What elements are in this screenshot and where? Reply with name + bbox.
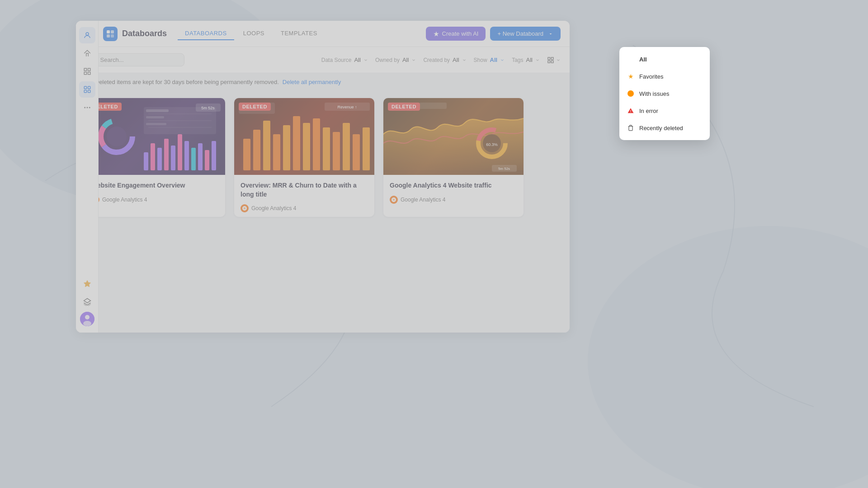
data-source-value: All <box>354 56 360 63</box>
svg-rect-57 <box>273 134 280 170</box>
svg-rect-62 <box>323 127 330 170</box>
svg-point-18 <box>85 315 90 319</box>
circle-orange-icon <box>627 89 635 98</box>
svg-rect-38 <box>171 145 175 170</box>
deleted-badge-3: DELETED <box>388 103 420 111</box>
trash-icon <box>627 124 635 132</box>
filter-show[interactable]: Show All <box>474 56 505 63</box>
svg-rect-39 <box>178 134 182 170</box>
filter-created-by[interactable]: Created by All <box>423 56 466 63</box>
card-info-1: Website Engagement Overview Google Analy… <box>85 175 225 208</box>
svg-rect-37 <box>164 139 169 170</box>
svg-marker-16 <box>84 299 90 303</box>
filter-owned-by[interactable]: Owned by All <box>375 56 416 63</box>
tab-templates[interactable]: TEMPLATES <box>274 27 325 40</box>
tags-value: All <box>526 56 533 63</box>
svg-rect-23 <box>111 34 114 38</box>
svg-point-2 <box>588 226 868 488</box>
dropdown-item-error-label: In error <box>639 108 658 114</box>
dropdown-item-favorites[interactable]: ★ Favorites <box>619 68 710 85</box>
owned-by-value: All <box>402 56 409 63</box>
svg-rect-25 <box>548 57 550 60</box>
created-by-value: All <box>453 56 459 63</box>
new-databoard-button[interactable]: + New Databoard <box>490 27 561 41</box>
dropdown-item-favorites-label: Favorites <box>639 73 663 80</box>
tags-label: Tags <box>512 57 523 63</box>
svg-rect-41 <box>191 148 196 170</box>
sidebar-icon-star[interactable] <box>79 276 95 292</box>
table-row[interactable]: DELETED <box>85 98 225 217</box>
create-with-ai-button[interactable]: Create with AI <box>426 27 486 41</box>
svg-rect-11 <box>88 90 90 93</box>
source-icon-3 <box>390 196 398 204</box>
svg-rect-42 <box>198 143 203 170</box>
search-box[interactable] <box>85 53 184 66</box>
svg-point-3 <box>86 33 89 35</box>
grid-view-icon <box>547 56 554 64</box>
svg-rect-27 <box>548 61 550 63</box>
table-row[interactable]: DELETED <box>234 98 374 217</box>
create-with-ai-label: Create with AI <box>442 30 479 37</box>
svg-point-14 <box>89 107 90 108</box>
source-label-2: Google Analytics 4 <box>251 205 296 211</box>
svg-rect-66 <box>363 127 370 170</box>
dropdown-item-all[interactable]: All <box>619 51 710 68</box>
owned-by-label: Owned by <box>375 57 400 63</box>
svg-rect-7 <box>88 72 90 75</box>
svg-rect-63 <box>333 132 340 170</box>
card-title-1: Website Engagement Overview <box>91 181 219 190</box>
topbar: Databoards DATABOARDS LOOPS TEMPLATES Cr… <box>76 21 570 47</box>
user-avatar[interactable] <box>80 312 94 326</box>
card-info-2: Overview: MRR & Churn to Date with a lon… <box>234 175 374 217</box>
card-thumbnail-1: DELETED <box>85 98 225 175</box>
show-arrow-icon <box>500 58 505 62</box>
data-source-label: Data Source <box>321 57 352 63</box>
dropdown-item-recently-deleted[interactable]: Recently deleted <box>619 119 710 136</box>
svg-rect-43 <box>205 150 209 170</box>
filter-tags[interactable]: Tags All <box>512 56 540 63</box>
svg-point-13 <box>86 107 88 108</box>
sidebar-icon-grid[interactable] <box>79 63 95 80</box>
nav-tabs: DATABOARDS LOOPS TEMPLATES <box>178 27 426 40</box>
card-title-3: Google Analytics 4 Website traffic <box>390 181 517 190</box>
sidebar-icon-analytics[interactable] <box>79 81 95 98</box>
filter-bar: Data Source All Owned by All Created by … <box>76 47 570 73</box>
show-value: All <box>490 56 498 63</box>
tab-loops[interactable]: LOOPS <box>236 27 272 40</box>
svg-text:5m 52s: 5m 52s <box>201 106 215 110</box>
card-source-1: Google Analytics 4 <box>91 196 219 204</box>
svg-rect-65 <box>353 134 360 170</box>
source-icon-2 <box>241 204 249 212</box>
view-toggle[interactable] <box>547 56 561 64</box>
svg-rect-9 <box>88 86 90 89</box>
svg-text:60.3%: 60.3% <box>486 142 498 147</box>
svg-rect-49 <box>146 109 169 112</box>
warning-icon <box>627 107 635 115</box>
sidebar-icon-more[interactable] <box>79 99 95 116</box>
svg-rect-10 <box>84 90 86 93</box>
svg-rect-51 <box>146 123 166 125</box>
svg-rect-54 <box>243 139 250 170</box>
delete-permanently-link[interactable]: Delete all permanently <box>283 79 341 85</box>
svg-rect-60 <box>303 123 310 170</box>
svg-point-19 <box>83 321 91 326</box>
svg-rect-4 <box>84 68 86 70</box>
deleted-badge-2: DELETED <box>239 103 271 111</box>
table-row[interactable]: DELETED <box>383 98 524 217</box>
logo-icon <box>103 27 118 41</box>
svg-rect-22 <box>107 34 110 38</box>
svg-rect-28 <box>551 61 553 63</box>
sidebar-icon-layers[interactable] <box>79 294 95 310</box>
dropdown-item-in-error[interactable]: In error <box>619 102 710 119</box>
filter-data-source[interactable]: Data Source All <box>321 56 368 63</box>
source-label-3: Google Analytics 4 <box>401 197 445 203</box>
sidebar-icon-user[interactable] <box>79 27 95 43</box>
show-label: Show <box>474 57 487 63</box>
tab-databoards[interactable]: DATABOARDS <box>178 27 234 40</box>
dropdown-item-with-issues[interactable]: With issues <box>619 85 710 102</box>
search-input[interactable] <box>100 56 179 63</box>
cards-grid: DELETED <box>76 91 570 224</box>
svg-point-12 <box>84 107 85 108</box>
show-dropdown: All ★ Favorites With issues In error Rec… <box>619 47 710 140</box>
sidebar-icon-home[interactable] <box>79 45 95 61</box>
